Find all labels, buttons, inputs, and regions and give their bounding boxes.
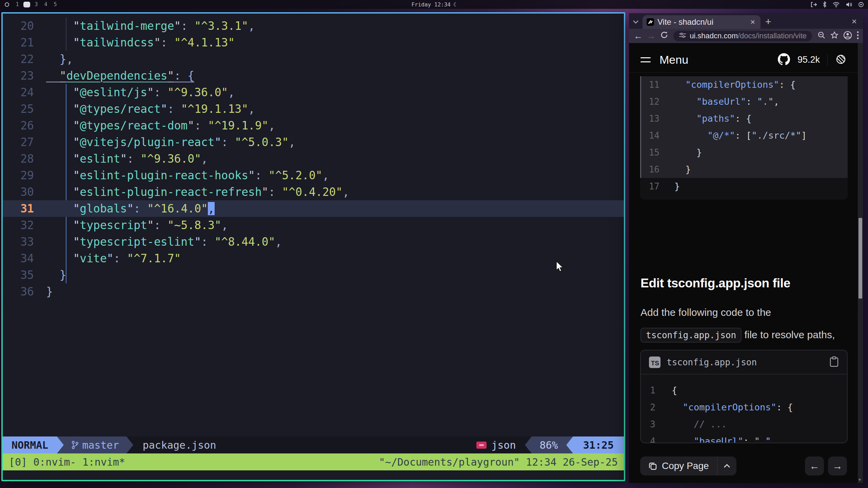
- bluetooth-icon[interactable]: [823, 1, 827, 7]
- code-line-11: 11 "compilerOptions": {: [640, 76, 848, 93]
- code-line-16: 16 }: [640, 161, 848, 178]
- clock-text: Friday 12:34: [411, 1, 451, 8]
- code-line-2: 2 "compilerOptions": {: [641, 399, 847, 416]
- statusline-filename: package.json: [133, 436, 224, 453]
- browser-tab[interactable]: Vite - shadcn/ui ×: [643, 15, 761, 29]
- typescript-icon: TS: [649, 357, 660, 368]
- url-host: ui.shadcn.com: [690, 32, 738, 40]
- git-branch: master: [64, 436, 126, 453]
- code-line-20: 20 "tailwind-merge": "^3.3.1",: [3, 18, 624, 34]
- volume-icon[interactable]: [846, 2, 852, 7]
- code-line-24: 24 "@eslint/js": "^9.36.0",: [3, 84, 624, 101]
- browser-toolbar: ← → ui.shadcn.com/docs/installation/vite: [629, 29, 863, 43]
- clipboard-icon[interactable]: [829, 356, 839, 368]
- code-line-30: 30 "eslint-plugin-react-refresh": "^0.4.…: [3, 184, 624, 200]
- workspace-2-active[interactable]: 2: [23, 2, 30, 7]
- code-line-22: 22 },: [3, 51, 624, 67]
- code-line-15: 15 }: [640, 144, 848, 161]
- hamburger-menu-icon[interactable]: [640, 57, 651, 62]
- menu-button[interactable]: Menu: [659, 53, 688, 66]
- window-close-icon[interactable]: ×: [852, 16, 863, 29]
- cursor-position: 31:25: [573, 436, 624, 453]
- powerline-separator: [525, 436, 532, 453]
- tab-close-icon[interactable]: ×: [749, 17, 756, 27]
- workspace-4[interactable]: 4: [42, 1, 49, 7]
- code-line-3: 3 // ...: [641, 416, 847, 433]
- workspace-3[interactable]: 3: [33, 1, 40, 7]
- code-line-1: 1{: [641, 382, 847, 399]
- tab-search-button[interactable]: [629, 15, 643, 29]
- theme-toggle-icon[interactable]: [835, 54, 847, 66]
- page-content: Menu 95.2k 11 "compilerOptions": {12 "ba…: [629, 43, 863, 483]
- code-line-4: 4 "baseUrl": ".",: [641, 433, 847, 443]
- code-block-header: TS tsconfig.app.json: [641, 350, 847, 374]
- code-line-36: 36}: [3, 283, 624, 300]
- code-block-tsconfig-json: 11 "compilerOptions": {12 "baseUrl": "."…: [640, 76, 848, 200]
- wifi-icon[interactable]: [832, 2, 840, 7]
- code-line-35: 35 }: [3, 267, 624, 283]
- workspace-1[interactable]: 1: [14, 1, 21, 7]
- code-line-12: 12 "baseUrl": ".",: [640, 93, 848, 110]
- github-icon[interactable]: [778, 53, 790, 67]
- code-line-32: 32 "typescript": "~5.8.3",: [3, 217, 624, 233]
- menubar-clock: Friday 12:34 ☾: [411, 1, 456, 8]
- back-icon[interactable]: ←: [633, 31, 643, 41]
- branch-icon: [71, 440, 79, 450]
- copy-page-button[interactable]: Copy Page: [640, 456, 736, 475]
- browser-scrollbar[interactable]: ▾: [858, 43, 863, 483]
- shadcn-favicon-icon: [647, 18, 654, 26]
- url-bar[interactable]: ui.shadcn.com/docs/installation/vite: [673, 31, 812, 41]
- github-star-count[interactable]: 95.2k: [797, 55, 820, 65]
- filetype-label: json: [491, 436, 525, 453]
- code-line-27: 27 "@vitejs/plugin-react": "^5.0.3",: [3, 134, 624, 150]
- menu-dots-icon[interactable]: [857, 31, 859, 41]
- code-line-13: 13 "paths": {: [640, 110, 848, 127]
- browser-window: Vite - shadcn/ui × + × ← → ui.shadcn.com…: [629, 13, 863, 483]
- workspace-5[interactable]: 5: [52, 1, 59, 7]
- page-footer: Copy Page ← →: [629, 449, 858, 483]
- code-filename: tsconfig.app.json: [667, 357, 757, 367]
- paragraph-text: Add the following code to the: [640, 307, 771, 318]
- new-tab-button[interactable]: +: [765, 16, 771, 29]
- battery-icon[interactable]: [858, 2, 864, 7]
- site-header: Menu 95.2k: [629, 47, 858, 73]
- tmux-statusbar: [0] 0:nvim- 1:nvim* "~/Documents/playgro…: [3, 453, 624, 470]
- system-menubar: 12345 Friday 12:34 ☾: [0, 0, 868, 9]
- site-settings-icon[interactable]: [679, 32, 686, 40]
- branch-name: master: [82, 439, 119, 451]
- code-line-14: 14 "@/*": ["./src/*"]: [640, 127, 848, 144]
- code-block-tsconfig-app-json: TS tsconfig.app.json 1{2 "compilerOption…: [640, 350, 848, 443]
- mode-indicator: NORMAL: [3, 436, 57, 453]
- prev-page-icon[interactable]: ←: [805, 456, 824, 475]
- tmux-windows[interactable]: [0] 0:nvim- 1:nvim*: [9, 456, 125, 468]
- code-line-29: 29 "eslint-plugin-react-hooks": "^5.2.0"…: [3, 167, 624, 184]
- code-line-23: 23 "devDependencies": {: [3, 67, 624, 84]
- profile-icon[interactable]: [843, 31, 852, 41]
- scroll-percent: 86%: [532, 436, 566, 453]
- vim-editor[interactable]: 20 "tailwind-merge": "^3.3.1",21 "tailwi…: [3, 14, 624, 435]
- scrollbar-thumb[interactable]: [859, 218, 862, 299]
- vim-statusline: NORMAL master package.json json 86% 31:2…: [3, 436, 624, 453]
- divider: [827, 54, 828, 66]
- system-menu-icon[interactable]: [5, 2, 9, 7]
- next-page-icon[interactable]: →: [828, 456, 847, 475]
- chevron-up-icon[interactable]: [717, 464, 736, 468]
- reload-icon[interactable]: [659, 30, 669, 42]
- zoom-icon[interactable]: [817, 31, 826, 41]
- tab-strip: Vite - shadcn/ui × + ×: [629, 13, 863, 29]
- code-line-26: 26 "@types/react-dom": "^19.1.9",: [3, 117, 624, 134]
- code-line-33: 33 "typescript-eslint": "^8.44.0",: [3, 233, 624, 250]
- code-line-28: 28 "eslint": "^9.36.0",: [3, 150, 624, 167]
- workspace-indicators: 12345: [0, 1, 59, 7]
- scrollbar-down-arrow[interactable]: ▾: [859, 477, 861, 482]
- code-line-31: 31 "globals": "^16.4.0",: [3, 200, 624, 217]
- powerline-separator: [126, 436, 133, 453]
- section-heading: Edit tsconfig.app.json file: [640, 276, 790, 290]
- json-filetype-icon: [476, 442, 487, 449]
- logout-icon[interactable]: [810, 2, 817, 7]
- powerline-separator: [566, 436, 573, 453]
- moon-icon: ☾: [453, 1, 457, 8]
- tab-title: Vite - shadcn/ui: [657, 17, 746, 27]
- copy-icon: [648, 462, 657, 470]
- bookmark-star-icon[interactable]: [830, 31, 839, 41]
